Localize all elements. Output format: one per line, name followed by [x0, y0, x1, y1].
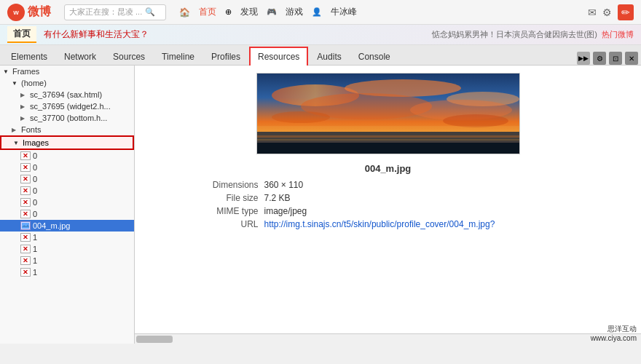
- tree-images[interactable]: ▼ Images: [0, 135, 134, 150]
- tree-img-0-4[interactable]: ✕ 0: [0, 185, 134, 197]
- img-item-label: 1: [33, 256, 37, 265]
- banner-text: 有什么新鲜事和生活大宝？: [44, 28, 432, 41]
- svg-rect-11: [257, 139, 519, 141]
- sc37695-label: sc_37695 (widget2.h...: [30, 102, 111, 111]
- frames-triangle: ▼: [3, 68, 10, 75]
- frames-label: Frames: [12, 67, 39, 76]
- weibo-nav-links: 🏠 首页 ⊕ 发现 🎮 游戏 👤 牛冰峰: [179, 6, 582, 18]
- devtools-tabs: Elements Network Sources Timeline Profil…: [0, 45, 641, 66]
- tree-img-1-3[interactable]: ✕ 1: [0, 255, 134, 266]
- tree-frames[interactable]: ▼ Frames: [0, 66, 134, 77]
- img-item-label: 1: [33, 268, 37, 277]
- nav-discover[interactable]: 发现: [240, 6, 258, 18]
- banner-tab[interactable]: 首页: [7, 26, 36, 43]
- compose-button[interactable]: ✏: [618, 4, 634, 20]
- image-preview: [256, 73, 520, 154]
- devtools-dock-icon[interactable]: ⊡: [609, 52, 622, 65]
- image-canvas: [257, 74, 519, 154]
- weibo-search-box[interactable]: 大家正在搜：昆凌 ... 🔍: [64, 4, 166, 20]
- mimetype-label: MIME type: [206, 206, 264, 216]
- tab-timeline[interactable]: Timeline: [154, 47, 202, 65]
- svg-point-14: [443, 114, 508, 127]
- img-item-label: 0: [33, 175, 37, 183]
- tab-console[interactable]: Console: [350, 47, 398, 65]
- sc37700-label: sc_37700 (bottom.h...: [30, 114, 107, 122]
- tree-img-0-5[interactable]: ✕ 0: [0, 197, 134, 208]
- image-info: Dimensions 360 × 110 File size 7.2 KB MI…: [206, 180, 570, 232]
- tree-img-004[interactable]: 004_m.jpg: [0, 220, 134, 232]
- url-value[interactable]: http://img.t.sinajs.cn/t5/skin/public/pr…: [264, 219, 495, 229]
- tree-fonts[interactable]: ▶ Fonts: [0, 124, 134, 135]
- tab-network[interactable]: Network: [56, 47, 104, 65]
- weibo-logo-icon: W: [7, 4, 25, 21]
- search-icon[interactable]: 🔍: [145, 7, 155, 17]
- img-item-label: 1: [33, 233, 37, 242]
- sc37694-label: sc_37694 (sax.html): [30, 90, 102, 99]
- dimensions-value: 360 × 110: [264, 180, 304, 190]
- bottom-scrollbar[interactable]: [135, 333, 641, 344]
- scrollbar-thumb[interactable]: [136, 336, 173, 343]
- info-mimetype: MIME type image/jpeg: [206, 206, 570, 216]
- broken-img-icon: ✕: [20, 175, 31, 183]
- tree-img-0-6[interactable]: ✕ 0: [0, 208, 134, 220]
- devtools-expand-icon[interactable]: ▶▶: [577, 52, 590, 65]
- weibo-nav-icons: ✉ ⚙ ✏: [588, 4, 634, 20]
- nav-home-icon: 🏠: [179, 7, 190, 17]
- watermark-line2: www.ciya.com: [591, 334, 637, 342]
- nav-home[interactable]: 首页: [199, 6, 216, 18]
- broken-img-icon: ✕: [20, 268, 31, 277]
- broken-img-icon: ✕: [20, 256, 31, 265]
- mail-icon[interactable]: ✉: [588, 7, 597, 18]
- info-dimensions: Dimensions 360 × 110: [206, 180, 570, 190]
- home-label: (home): [21, 79, 47, 87]
- nav-user-icon: 👤: [312, 7, 322, 17]
- tree-img-1-2[interactable]: ✕ 1: [0, 243, 134, 255]
- tree-home[interactable]: ▼ (home): [0, 77, 134, 89]
- tree-img-1-1[interactable]: ✕ 1: [0, 232, 134, 243]
- weibo-logo-text: 微博: [28, 4, 51, 20]
- svg-rect-12: [257, 143, 519, 154]
- watermark: 思洋互动 www.ciya.com: [591, 324, 637, 342]
- img-item-label: 0: [33, 210, 37, 218]
- images-label: Images: [23, 138, 49, 147]
- nav-games[interactable]: 游戏: [286, 6, 303, 18]
- sc37695-triangle: ▶: [20, 103, 28, 110]
- tree-img-0-2[interactable]: ✕ 0: [0, 162, 134, 173]
- tree-img-0-1[interactable]: ✕ 0: [0, 150, 134, 162]
- tree-sc37700[interactable]: ▶ sc_37700 (bottom.h...: [0, 112, 134, 124]
- tree-img-0-3[interactable]: ✕ 0: [0, 173, 134, 185]
- fonts-label: Fonts: [21, 125, 42, 134]
- devtools-tab-icons: ▶▶ ⚙ ⊡ ✕: [577, 52, 641, 65]
- tab-profiles[interactable]: Profiles: [203, 47, 248, 65]
- tab-elements[interactable]: Elements: [3, 47, 55, 65]
- devtools-settings-icon[interactable]: ⚙: [593, 52, 606, 65]
- tab-resources[interactable]: Resources: [249, 47, 308, 66]
- img-item-label: 1: [33, 245, 37, 253]
- watermark-line1: 思洋互动: [591, 324, 637, 334]
- tree-sc37695[interactable]: ▶ sc_37695 (widget2.h...: [0, 100, 134, 112]
- broken-img-icon: ✕: [20, 163, 31, 172]
- tab-audits[interactable]: Audits: [309, 47, 349, 65]
- tab-sources[interactable]: Sources: [105, 47, 153, 65]
- broken-img-icon: ✕: [20, 210, 31, 218]
- tree-img-1-4[interactable]: ✕ 1: [0, 266, 134, 278]
- img-item-label: 0: [33, 198, 37, 207]
- devtools-close-icon[interactable]: ✕: [625, 52, 638, 65]
- img-icon-selected: [20, 221, 31, 230]
- search-placeholder: 大家正在搜：昆凌 ...: [69, 7, 142, 17]
- mimetype-value: image/jpeg: [264, 206, 307, 216]
- broken-img-icon: ✕: [20, 186, 31, 195]
- images-triangle: ▼: [13, 140, 20, 146]
- nav-games-icon: 🎮: [267, 7, 277, 17]
- dimensions-label: Dimensions: [206, 180, 264, 190]
- nav-user[interactable]: 牛冰峰: [331, 6, 357, 18]
- url-label: URL: [206, 219, 264, 229]
- home-triangle: ▼: [12, 80, 19, 87]
- tree-sc37694[interactable]: ▶ sc_37694 (sax.html): [0, 89, 134, 100]
- weibo-navbar: W 微博 大家正在搜：昆凌 ... 🔍 🏠 首页 ⊕ 发现 🎮 游戏 👤 牛冰峰…: [0, 0, 641, 25]
- settings-icon[interactable]: ⚙: [602, 7, 612, 18]
- left-panel: ▼ Frames ▼ (home) ▶ sc_37694 (sax.html) …: [0, 66, 135, 344]
- filesize-label: File size: [206, 193, 264, 203]
- banner-main-text: 有什么新鲜事和生活大宝？: [44, 29, 149, 39]
- nav-discover-icon: ⊕: [225, 7, 232, 17]
